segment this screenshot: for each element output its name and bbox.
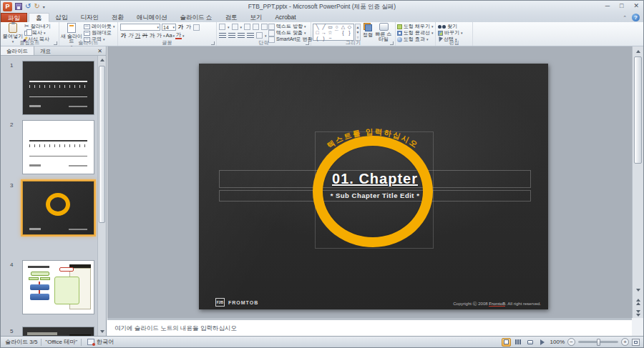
shape-icon[interactable]: ▭ xyxy=(327,24,333,30)
spellcheck-icon[interactable] xyxy=(87,339,94,345)
minimize-button[interactable]: ─ xyxy=(605,1,610,11)
tab-view[interactable]: 보기 xyxy=(243,13,268,22)
shape-icon[interactable]: { xyxy=(340,30,346,36)
shrink-font-button[interactable]: 가 xyxy=(185,24,192,31)
change-case-button[interactable]: Aa xyxy=(166,32,172,39)
zoom-level[interactable]: 100% xyxy=(550,339,565,345)
slide-sorter-view-button[interactable] xyxy=(514,338,523,347)
maximize-button[interactable]: □ xyxy=(620,1,623,11)
character-spacing-button[interactable]: 가 xyxy=(156,32,162,39)
slide-counter[interactable]: 슬라이드 3/5 xyxy=(5,338,37,346)
notes-placeholder-text[interactable]: 여기에 슬라이드 노트의 내용을 입력하십시오 xyxy=(107,320,632,336)
shape-icon[interactable]: } xyxy=(346,30,353,36)
find-button[interactable]: 찾기 xyxy=(438,24,463,29)
italic-button[interactable]: 가 xyxy=(127,32,134,39)
slide-thumbnail-1[interactable] xyxy=(22,61,94,115)
zoom-slider-thumb[interactable] xyxy=(597,339,600,346)
align-left-button[interactable] xyxy=(219,33,226,38)
sub-chapter-text[interactable]: * Sub Chapter Title Edit * xyxy=(219,190,531,202)
scrollbar-thumb[interactable] xyxy=(634,56,642,164)
slide-thumbnail-4[interactable] xyxy=(22,260,94,314)
shape-icon[interactable]: ⌒ xyxy=(333,30,340,36)
tab-transitions[interactable]: 전환 xyxy=(105,13,130,22)
decrease-indent-button[interactable] xyxy=(244,24,250,30)
slide-thumbnail-3-selected[interactable] xyxy=(22,181,94,235)
strikethrough-button[interactable]: 가 xyxy=(142,32,148,39)
font-color-button[interactable]: 가 xyxy=(175,32,182,39)
theme-name[interactable]: "Office 테마" xyxy=(45,338,77,346)
align-right-button[interactable] xyxy=(238,33,245,38)
dialog-launcher-icon[interactable] xyxy=(390,41,394,45)
bold-button[interactable]: 가 xyxy=(120,32,127,39)
dialog-launcher-icon[interactable] xyxy=(54,41,57,45)
dialog-launcher-icon[interactable] xyxy=(211,41,215,45)
shape-effects-button[interactable]: 도형 효과▾ xyxy=(397,36,433,42)
vertical-scrollbar[interactable] xyxy=(632,46,643,318)
replace-button[interactable]: 바꾸기▾ xyxy=(438,30,463,36)
fit-to-window-button[interactable] xyxy=(632,339,640,346)
text-direction-button[interactable]: 텍스트 방향▾ xyxy=(268,24,316,29)
align-center-button[interactable] xyxy=(228,33,235,38)
shape-icon[interactable]: → xyxy=(321,30,327,36)
close-button[interactable]: ✕ xyxy=(633,1,639,11)
slideshow-view-button[interactable] xyxy=(538,338,547,347)
notes-pane[interactable]: 여기에 슬라이드 노트의 내용을 입력하십시오 xyxy=(107,318,632,336)
zoom-in-button[interactable]: + xyxy=(621,338,629,346)
undo-icon[interactable]: ↺ xyxy=(25,3,31,10)
language-indicator[interactable]: 한국어 xyxy=(97,338,114,346)
shapes-gallery[interactable]: ╲ ╱ ▭ ○ △ ◇ □ → ☆ ⌒ { } ( ) ~ xyxy=(313,24,354,41)
shape-fill-button[interactable]: 도형 채우기▾ xyxy=(397,24,433,29)
line-spacing-button[interactable] xyxy=(261,24,268,30)
slide-editor-canvas[interactable]: 텍스트를 입력하십시오 01. Chapter * Sub Chapter Ti… xyxy=(107,46,632,318)
shape-icon[interactable]: ╲ xyxy=(314,24,321,30)
scroll-up-button[interactable] xyxy=(634,47,642,55)
qat-customize-caret-icon[interactable]: ▾ xyxy=(43,4,45,9)
shapes-gallery-scroll[interactable]: ▲ ▼ ▿ xyxy=(355,24,361,41)
dialog-launcher-icon[interactable] xyxy=(306,41,309,45)
increase-indent-button[interactable] xyxy=(253,24,259,30)
quick-styles-button[interactable]: 빠른 스타일 xyxy=(374,23,393,41)
shape-icon[interactable]: ○ xyxy=(333,24,340,30)
minimize-ribbon-icon[interactable]: ⌃ xyxy=(623,15,627,21)
previous-slide-button[interactable] xyxy=(634,298,642,306)
tab-home[interactable]: 홈 xyxy=(29,13,49,22)
shape-icon[interactable]: ╱ xyxy=(321,24,327,30)
gallery-up-icon[interactable]: ▲ xyxy=(356,25,360,29)
tab-file[interactable]: 파일 xyxy=(1,13,27,22)
tab-design[interactable]: 디자인 xyxy=(74,13,106,22)
font-size-select[interactable]: 14▾ xyxy=(162,24,176,31)
align-text-button[interactable]: 텍스트 맞춤▾ xyxy=(268,30,316,36)
scrollbar-thumb[interactable] xyxy=(99,66,105,223)
save-icon[interactable] xyxy=(15,3,22,10)
tab-review[interactable]: 검토 xyxy=(218,13,243,22)
reset-button[interactable]: 원래대로 xyxy=(84,30,115,36)
redo-icon[interactable]: ↻ xyxy=(34,3,39,10)
layout-button[interactable]: 레이아웃▾ xyxy=(84,24,115,29)
tab-outline[interactable]: 개요 xyxy=(34,46,57,55)
justify-button[interactable] xyxy=(247,33,254,38)
gallery-down-icon[interactable]: ▼ xyxy=(356,30,360,34)
zoom-slider[interactable] xyxy=(578,341,618,343)
font-name-select[interactable]: ▾ xyxy=(120,24,160,31)
scroll-down-icon[interactable] xyxy=(100,330,104,333)
shape-icon[interactable]: △ xyxy=(340,24,346,30)
shape-icon[interactable]: ☆ xyxy=(327,30,333,36)
columns-button[interactable] xyxy=(256,32,263,39)
grow-font-button[interactable]: 가 xyxy=(177,24,184,31)
shape-icon[interactable]: □ xyxy=(314,30,321,36)
text-shadow-button[interactable]: 가 xyxy=(149,32,155,39)
tab-insert[interactable]: 삽입 xyxy=(49,13,74,22)
shape-outline-button[interactable]: 도형 윤곽선▾ xyxy=(397,30,433,36)
normal-view-button[interactable] xyxy=(502,338,511,347)
scroll-up-icon[interactable] xyxy=(100,59,104,61)
zoom-out-button[interactable]: − xyxy=(567,338,575,346)
panel-close-icon[interactable]: ✕ xyxy=(94,46,106,55)
underline-button[interactable]: 가 xyxy=(135,32,141,39)
scroll-down-button[interactable] xyxy=(634,286,642,294)
panel-scrollbar[interactable] xyxy=(97,56,106,336)
tab-animations[interactable]: 애니메이션 xyxy=(130,13,174,22)
tab-acrobat[interactable]: Acrobat xyxy=(268,13,302,22)
next-slide-button[interactable] xyxy=(634,309,642,317)
slide-thumbnail-2[interactable] xyxy=(22,120,94,174)
reading-view-button[interactable] xyxy=(526,338,535,347)
